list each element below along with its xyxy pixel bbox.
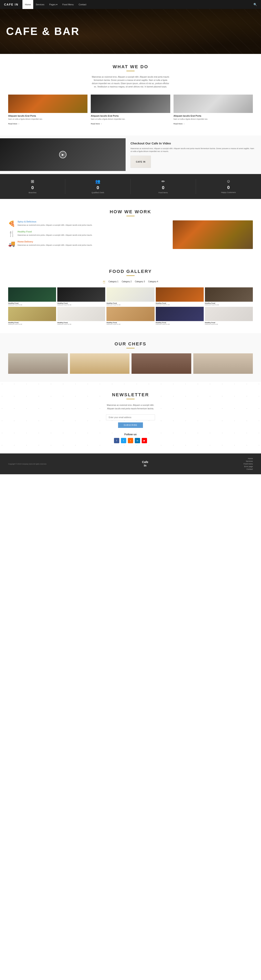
nav-item-food-menu[interactable]: Food Menu [60,0,76,9]
branches-icon: ⊞ [0,179,65,184]
linkedin-icon[interactable]: in [135,438,140,443]
gallery-img-8 [106,307,154,321]
rss-icon[interactable]: r [128,438,133,443]
gallery-label-3: Healthy Food [106,302,154,304]
hero-title: CAFE & BAR [6,25,80,37]
filter-cat1[interactable]: Category 1 [109,280,119,283]
footer-link-food-menu[interactable]: Food menu [244,463,253,465]
nav-item-contact[interactable]: Contact [76,0,89,9]
card-3-image [174,95,253,113]
nav-link-home[interactable]: Home [22,0,33,9]
chef-image-4 [193,353,253,374]
gallery-img-5 [205,287,253,302]
gallery-label-8: Healthy Food [106,322,154,323]
chef-card-2[interactable] [70,353,130,374]
what-we-do-description: Maecenas ac euismod eros. Aliquam a susc… [92,75,169,88]
nav-link-pages[interactable]: Pages ▾ [47,0,60,9]
card-3-title: Aliquam Iaculis Erat Porta [174,115,253,117]
food-gallery-title: FOOD GALLERY [8,269,253,274]
nav-link-food-menu[interactable]: Food Menu [60,0,76,9]
gallery-item-5[interactable]: Healthy Food Delicious Food For All [205,287,253,305]
nav-item-home[interactable]: Home [22,0,33,9]
stat-customers-number: 0 [196,185,261,190]
video-info: Checkout Our Cafe In Video Maecenas ac e… [126,135,261,174]
gallery-item-9[interactable]: Healthy Food Delicious Food For All [156,307,204,325]
footer-brand-line2: In [144,464,146,467]
play-button[interactable]: ▶ [59,151,66,158]
nav-link-services[interactable]: Services [33,0,47,9]
delivery-icon: 🚚 [8,240,16,247]
delivery-text: Maecenas ac euismod eros porta. Aliquam … [17,244,92,247]
gallery-item-7[interactable]: Healthy Food Delicious Food For All [57,307,105,325]
gallery-item-4[interactable]: Healthy Food Delicious Food For All [156,287,204,305]
gallery-label-9: Healthy Food [156,322,204,323]
card-1-text: Nam ut nulla a ligula dictum imperdiet n… [8,118,87,121]
how-items-list: 🍕 Spicy & Delicious Maecenas ac euismod … [8,220,169,250]
chef-card-1[interactable] [8,353,68,374]
spicy-icon: 🍕 [8,220,16,227]
gallery-item-1[interactable]: Healthy Food Delicious Food For All [8,287,56,305]
video-description: Maecenas ac euismod eros. Aliquam a susc… [131,147,256,153]
video-thumbnail[interactable]: CAFE IN [131,156,151,168]
video-title: Checkout Our Cafe In Video [131,142,256,145]
gallery-sub-9: Delicious Food For All [156,323,204,325]
stats-bar: ⊞ 0 Branches 👥 0 Qualified Chefs ✏ 0 Foo… [0,174,261,199]
gallery-img-6 [8,307,56,321]
how-we-work-title: HOW WE WORK [8,209,253,215]
gallery-img-2 [57,287,105,302]
footer-link-services[interactable]: Services [244,460,253,462]
gallery-item-6[interactable]: Healthy Food Delicious Food For All [8,307,56,325]
gallery-sub-3: Delicious Food For All [106,304,154,305]
card-1-image [8,95,87,113]
how-delivery-content: Home Delivery Maecenas ac euismod eros p… [17,240,92,247]
card-3-read-more[interactable]: Read More [174,123,185,125]
spicy-text: Maecenas ac euismod eros porta. Aliquam … [17,224,92,226]
filter-cat4[interactable]: Category 4 [148,280,158,283]
stat-chefs: 👥 0 Qualified Chefs [65,179,131,194]
gallery-sub-6: Delicious Food For All [8,323,56,325]
nav-item-pages[interactable]: Pages ▾ [47,0,60,9]
filter-cat2[interactable]: Category 2 [122,280,132,283]
stat-food-items-label: Food Items [159,192,168,194]
food-gallery-section: FOOD GALLERY All Category 1 Category 2 C… [0,261,261,333]
gallery-img-7 [57,307,105,321]
chef-card-3[interactable] [131,353,191,374]
our-chefs-section: OUR CHEFS [0,333,261,382]
gallery-sub-7: Delicious Food For All [57,323,105,325]
video-player-area[interactable]: ▶ [0,138,126,171]
healthy-icon: 🍴 [8,231,16,237]
what-we-do-title: WHAT WE DO [8,64,253,70]
nav-link-contact[interactable]: Contact [76,0,89,9]
email-input[interactable] [106,414,155,420]
gallery-item-3[interactable]: Healthy Food Delicious Food For All [106,287,154,305]
how-item-healthy: 🍴 Healthy Food Maecenas ac euismod eros … [8,231,169,237]
hero-section: CAFE & BAR [0,9,261,54]
search-icon[interactable]: 🔍 [253,3,257,6]
subscribe-button[interactable]: Subscribe [118,422,143,428]
navigation: CAFE IN Home Services Pages ▾ Food Menu … [0,0,261,9]
youtube-icon[interactable]: ▶ [142,438,147,443]
gallery-filters: All Category 1 Category 2 Category 3 Cat… [8,280,253,283]
twitter-icon[interactable]: t [121,438,126,443]
gallery-grid: Healthy Food Delicious Food For All Heal… [8,287,253,325]
card-1-read-more[interactable]: Read More [8,123,20,125]
footer-link-home[interactable]: Home [244,458,253,460]
gallery-item-2[interactable]: Healthy Food Delicious Food For All [57,287,105,305]
filter-all[interactable]: All [103,280,105,283]
food-items-icon: ✏ [131,179,196,184]
footer-link-contact[interactable]: Contact [244,468,253,470]
newsletter-form: Subscribe [8,414,253,428]
stat-food-items: ✏ 0 Food Items [131,179,196,194]
social-icons: f t r in ▶ [8,438,253,443]
stat-customers: ☺ 0 Happy Customers [196,179,261,194]
footer-link-error[interactable]: Error page [244,466,253,468]
chef-card-4[interactable] [193,353,253,374]
nav-item-services[interactable]: Services [33,0,47,9]
filter-cat3[interactable]: Category 3 [135,280,145,283]
gallery-item-10[interactable]: Healthy Food Delicious food for All [205,307,253,325]
gallery-item-8[interactable]: Healthy Food Delicious Food For All [106,307,154,325]
card-2-read-more[interactable]: Read More [91,123,102,125]
facebook-icon[interactable]: f [114,438,119,443]
chefs-grid [8,353,253,374]
chef-image-3 [131,353,191,374]
